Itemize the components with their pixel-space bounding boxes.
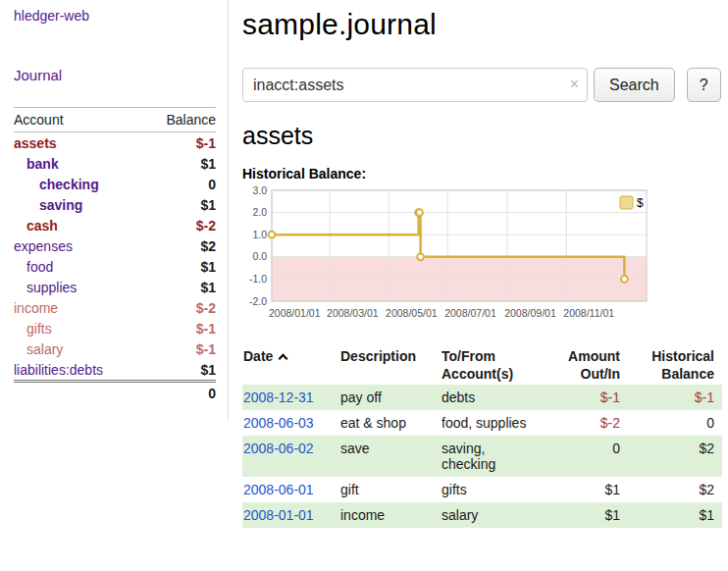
search-input-wrap: ×: [242, 68, 588, 102]
account-link-bank[interactable]: bank: [26, 156, 59, 172]
accounts-total-spacer: [14, 382, 143, 405]
account-name-cell: salary: [14, 338, 143, 359]
historical-balance-chart: 3.02.01.00.0-1.0-2.02008/01/012008/03/01…: [242, 185, 728, 328]
transaction-historical-balance: $2: [628, 477, 722, 502]
account-name-cell: saving: [14, 194, 143, 215]
sidebar: hledger-web Journal Account Balance asse…: [0, 0, 229, 420]
transaction-date-link[interactable]: 2008-06-02: [243, 441, 314, 456]
accounts-header-row: Account Balance: [14, 108, 216, 132]
account-balance: $-1: [143, 318, 216, 338]
account-row: supplies$1: [14, 277, 216, 297]
account-link-assets[interactable]: assets: [14, 135, 57, 151]
chart-title: Historical Balance:: [242, 166, 728, 182]
column-header-amount[interactable]: AmountOut/In: [546, 345, 628, 385]
account-row: expenses$2: [14, 235, 216, 256]
search-form: × Search ?: [242, 68, 728, 102]
transaction-amount: $1: [546, 502, 628, 528]
account-name-cell: income: [14, 297, 143, 318]
app-title-link[interactable]: hledger-web: [14, 8, 89, 24]
account-link-liabilities-debts[interactable]: liabilities:debts: [14, 362, 103, 378]
register-table: DateDescriptionTo/FromAccount(s)AmountOu…: [242, 345, 722, 528]
account-balance: $-2: [143, 297, 216, 318]
transaction-row: 2008-01-01incomesalary$1$1: [242, 502, 722, 528]
account-balance: $1: [143, 359, 216, 382]
account-link-food[interactable]: food: [26, 259, 53, 275]
register-header-row: DateDescriptionTo/FromAccount(s)AmountOu…: [242, 345, 722, 385]
accounts-total-balance: 0: [143, 382, 216, 405]
clear-search-icon[interactable]: ×: [570, 75, 579, 94]
transaction-row: 2008-06-03eat & shopfood, supplies$-20: [242, 410, 722, 436]
transaction-date-link[interactable]: 2008-06-01: [243, 482, 314, 497]
transaction-date-link[interactable]: 2008-01-01: [243, 507, 314, 523]
column-header-accounts[interactable]: To/FromAccount(s): [434, 345, 546, 385]
transaction-description: eat & shop: [333, 410, 434, 436]
account-row: checking0: [14, 174, 216, 194]
transaction-description: save: [333, 436, 434, 477]
main-content: sample.journal × Search ? assets Histori…: [229, 0, 728, 528]
account-row: income$-2: [14, 297, 216, 318]
svg-text:2008/09/01: 2008/09/01: [504, 307, 556, 319]
svg-text:2008/07/01: 2008/07/01: [444, 307, 496, 319]
transaction-date-cell: 2008-06-01: [242, 477, 333, 502]
account-balance: 0: [143, 174, 216, 194]
transaction-amount: $1: [546, 477, 628, 502]
account-link-gifts[interactable]: gifts: [26, 321, 52, 337]
svg-text:2008/11/01: 2008/11/01: [563, 307, 614, 319]
help-button[interactable]: ?: [687, 68, 721, 102]
accounts-table: Account Balance assets$-1bank$1checking0…: [14, 107, 216, 404]
transaction-accounts: gifts: [434, 477, 546, 502]
transaction-historical-balance: $1: [628, 502, 722, 528]
transaction-historical-balance: $2: [628, 436, 722, 477]
transaction-accounts: debts: [434, 385, 546, 410]
search-input[interactable]: [242, 68, 588, 102]
account-name-cell: liabilities:debts: [14, 359, 143, 382]
account-name-cell: gifts: [14, 318, 143, 338]
account-link-saving[interactable]: saving: [39, 197, 82, 213]
account-row: cash$-2: [14, 215, 216, 235]
transaction-date-link[interactable]: 2008-12-31: [243, 389, 314, 405]
account-name-cell: food: [14, 256, 143, 277]
sort-ascending-icon: [279, 354, 288, 364]
account-link-salary[interactable]: salary: [26, 341, 63, 357]
transaction-row: 2008-06-02savesaving, checking0$2: [242, 436, 722, 477]
account-link-supplies[interactable]: supplies: [26, 280, 77, 295]
svg-text:2008/01/01: 2008/01/01: [269, 307, 321, 319]
column-header-balance[interactable]: HistoricalBalance: [628, 345, 722, 385]
account-row: gifts$-1: [14, 318, 216, 338]
account-row: bank$1: [14, 153, 216, 174]
transaction-accounts: salary: [434, 502, 546, 528]
account-link-checking[interactable]: checking: [39, 177, 99, 192]
chart-svg: 3.02.01.00.0-1.0-2.02008/01/012008/03/01…: [242, 185, 652, 325]
account-balance: $1: [143, 153, 216, 174]
svg-text:2.0: 2.0: [252, 206, 267, 218]
column-header-date[interactable]: Date: [242, 345, 333, 385]
svg-text:-2.0: -2.0: [249, 295, 267, 307]
transaction-row: 2008-06-01giftgifts$1$2: [242, 477, 722, 502]
transaction-amount: 0: [546, 436, 628, 477]
hledger-web-app: hledger-web Journal Account Balance asse…: [0, 0, 728, 528]
account-link-income[interactable]: income: [14, 300, 58, 316]
svg-text:2008/03/01: 2008/03/01: [327, 307, 379, 319]
account-row: food$1: [14, 256, 216, 277]
transaction-date-link[interactable]: 2008-06-03: [243, 415, 314, 431]
search-button[interactable]: Search: [594, 68, 675, 102]
account-name-cell: bank: [14, 153, 143, 174]
transaction-date-cell: 2008-01-01: [242, 502, 333, 528]
sidebar-item-journal[interactable]: Journal: [14, 67, 216, 83]
transaction-historical-balance: 0: [628, 410, 722, 436]
accounts-header-balance: Balance: [143, 108, 216, 132]
transaction-row: 2008-12-31pay offdebts$-1$-1: [242, 385, 722, 410]
account-heading: assets: [242, 122, 728, 150]
transaction-date-cell: 2008-12-31: [242, 385, 333, 410]
transaction-amount: $-1: [546, 385, 628, 410]
account-link-expenses[interactable]: expenses: [14, 238, 73, 254]
svg-text:1.0: 1.0: [252, 229, 267, 240]
transaction-description: gift: [333, 477, 434, 502]
svg-text:2008/05/01: 2008/05/01: [386, 307, 438, 319]
account-name-cell: cash: [14, 215, 143, 235]
account-row: salary$-1: [14, 338, 216, 359]
column-header-description[interactable]: Description: [333, 345, 434, 385]
transaction-date-cell: 2008-06-02: [242, 436, 333, 477]
account-link-cash[interactable]: cash: [26, 218, 58, 234]
transaction-amount: $-2: [546, 410, 628, 436]
